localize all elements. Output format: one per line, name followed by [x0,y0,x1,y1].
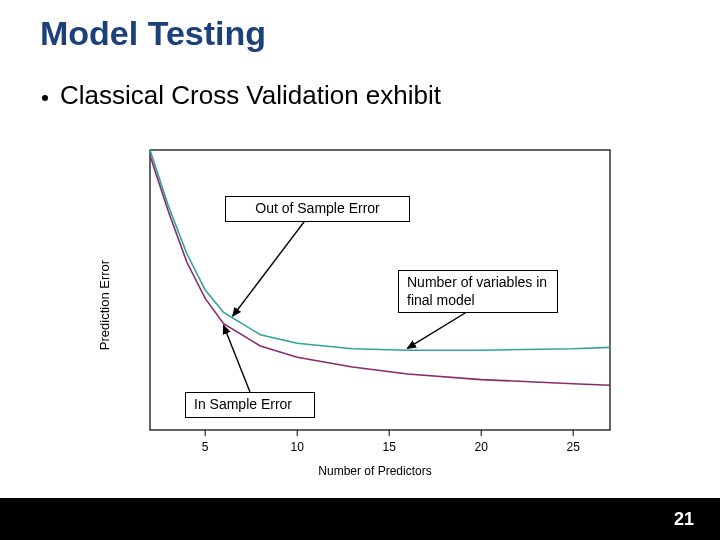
tick-marks [205,430,573,436]
callout-out-of-sample: Out of Sample Error [225,196,410,222]
bullet-dot-icon [42,95,48,101]
x-tick-label: 25 [567,440,580,454]
callout-in-sample: In Sample Error [185,392,315,418]
x-tick-label: 20 [475,440,488,454]
x-tick-label: 5 [202,440,209,454]
slide-title: Model Testing [40,14,266,53]
chart: Prediction Error Out of Sample Error Num… [110,140,640,470]
page-number: 21 [674,509,694,530]
bullet-item: Classical Cross Validation exhibit [42,80,441,111]
callout-num-variables: Number of variables in final model [398,270,558,313]
footer-bar: 21 [0,498,720,540]
slide: Model Testing Classical Cross Validation… [0,0,720,540]
x-tick-label: 10 [291,440,304,454]
chart-svg [110,140,640,470]
x-axis-label: Number of Predictors [318,464,431,478]
bullet-text: Classical Cross Validation exhibit [60,80,441,111]
x-tick-label: 15 [383,440,396,454]
